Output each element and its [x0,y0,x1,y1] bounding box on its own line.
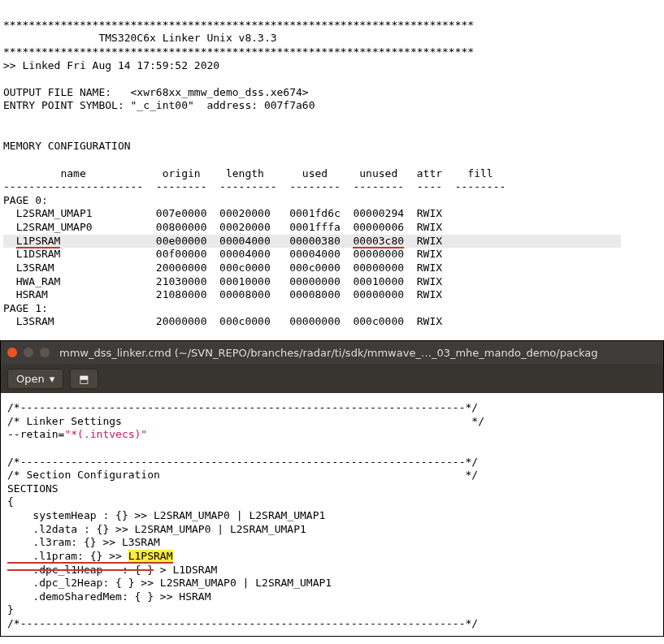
table-row: L2SRAM_UMAP0 00800000 00020000 0001fffa … [3,221,442,233]
retain-value: "*(.intvecs)" [64,428,147,440]
sec-line-dpcl1heap-strike: .dpc_l1Heap : { } [7,564,154,576]
sec-line-l2data: .l2data : {} >> L2SRAM_UMAP0 | L2SRAM_UM… [7,523,306,535]
linked-line: >> Linked Fri Aug 14 17:59:52 2020 [3,59,219,71]
page-1-label: PAGE 1: [3,302,48,314]
star-line-2: ****************************************… [3,45,474,58]
sep-line-3: /*--------------------------------------… [7,617,478,629]
minimize-icon[interactable] [24,348,33,357]
close-icon[interactable] [7,348,17,357]
new-tab-icon: ⬒ [79,373,89,385]
sec-line-l1pram-target: L1PSRAM [128,550,173,564]
memory-config-header: MEMORY CONFIGURATION [3,140,131,152]
sec-line-demoshared: .demoSharedMem: { } >> HSRAM [7,590,210,603]
open-button[interactable]: Open ▾ [7,369,63,389]
linker-settings-comment: /* Linker Settings */ [7,415,484,427]
section-config-comment: /* Section Configuration */ [7,469,478,481]
output-file-line: OUTPUT FILE NAME: <xwr68xx_mmw_demo_dss.… [3,86,309,98]
sec-line-systemheap: systemHeap : {} >> L2SRAM_UMAP0 | L2SRAM… [7,509,325,521]
sep-line-2: /*--------------------------------------… [7,456,478,468]
brace-open: { [7,495,14,508]
entry-point-line: ENTRY POINT SYMBOL: "_c_int00" address: … [3,99,315,111]
editor-window: mmw_dss_linker.cmd (~/SVN_REPO/branches/… [0,340,664,637]
dash-line: ---------------------- -------- --------… [3,180,506,192]
linker-title: TMS320C6x Linker Unix v8.3.3 [3,32,277,44]
table-row: L2SRAM_UMAP1 007e0000 00020000 0001fd6c … [3,207,442,219]
sections-keyword: SECTIONS [7,482,59,495]
sec-line-dpcl2heap: .dpc_l2Heap: { } >> L2SRAM_UMAP0 | L2SRA… [7,577,332,589]
page-0-label: PAGE 0: [3,194,48,206]
sep-line-1: /*--------------------------------------… [7,401,478,413]
table-row: L3SRAM 20000000 000c0000 000c0000 000000… [3,261,442,274]
table-row: L3SRAM 20000000 000c0000 00000000 000c00… [3,315,442,327]
new-tab-button[interactable]: ⬒ [70,369,98,389]
table-row: L1PSRAM 00e00000 00004000 00000380 00003… [3,235,621,249]
star-line-1: ****************************************… [3,19,474,31]
column-header: name origin length used unused attr fill [3,167,493,179]
table-row: L1DSRAM 00f00000 00004000 00004000 00000… [3,248,442,260]
linker-output: ****************************************… [0,0,664,340]
editor-toolbar: Open ▾ ⬒ [1,364,663,393]
editor-body[interactable]: /*--------------------------------------… [1,393,663,636]
open-button-label: Open [16,373,45,385]
sec-line-dpcl1heap-rest: > L1DSRAM [154,564,217,576]
window-controls [7,348,50,357]
sec-line-l1pram-prefix: .l1pram: {} >> [7,550,128,564]
retain-prefix: --retain= [7,428,64,440]
chevron-down-icon: ▾ [50,373,55,385]
window-title: mmw_dss_linker.cmd (~/SVN_REPO/branches/… [59,347,598,359]
page-0-rows: L2SRAM_UMAP1 007e0000 00020000 0001fd6c … [3,207,621,300]
sec-line-l3ram: .l3ram: {} >> L3SRAM [7,536,160,548]
table-row: HWA_RAM 21030000 00010000 00000000 00010… [3,275,442,287]
page-1-rows: L3SRAM 20000000 000c0000 00000000 000c00… [3,315,442,327]
maximize-icon[interactable] [40,348,50,357]
table-row: HSRAM 21080000 00008000 00008000 0000000… [3,288,442,300]
brace-close: } [7,603,14,616]
titlebar[interactable]: mmw_dss_linker.cmd (~/SVN_REPO/branches/… [1,341,663,364]
